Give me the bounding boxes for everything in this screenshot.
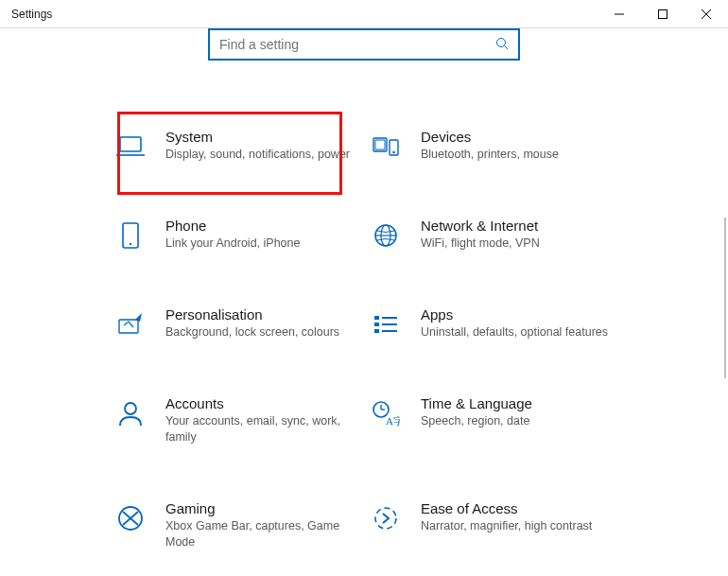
paintbrush-icon bbox=[114, 308, 147, 340]
search-box[interactable] bbox=[208, 28, 520, 61]
tile-time-language[interactable]: A字 Time & Language Speech, region, date bbox=[364, 392, 619, 449]
ease-of-access-icon bbox=[370, 502, 402, 534]
tile-subtitle: Narrator, magnifier, high contrast bbox=[421, 518, 614, 534]
tile-subtitle: Bluetooth, printers, mouse bbox=[421, 147, 614, 163]
xbox-icon bbox=[114, 502, 147, 534]
scrollbar[interactable] bbox=[724, 218, 726, 378]
devices-icon bbox=[370, 131, 402, 163]
tile-title: Network & Internet bbox=[421, 218, 614, 234]
apps-list-icon bbox=[370, 308, 402, 340]
app-title: Settings bbox=[0, 8, 52, 21]
svg-text:A字: A字 bbox=[386, 415, 400, 427]
svg-point-24 bbox=[125, 403, 136, 414]
tile-system[interactable]: System Display, sound, notifications, po… bbox=[109, 125, 364, 166]
tile-apps[interactable]: Apps Uninstall, defaults, optional featu… bbox=[364, 303, 619, 344]
tile-subtitle: Background, lock screen, colours bbox=[165, 324, 358, 340]
svg-rect-18 bbox=[374, 316, 379, 320]
maximize-button[interactable] bbox=[641, 0, 685, 28]
tile-title: Personalisation bbox=[165, 306, 358, 323]
globe-icon bbox=[370, 219, 402, 252]
tile-phone[interactable]: Phone Link your Android, iPhone bbox=[109, 214, 364, 255]
tile-title: Devices bbox=[421, 129, 614, 145]
tile-subtitle: Your accounts, email, sync, work, family bbox=[165, 413, 358, 445]
tile-subtitle: WiFi, flight mode, VPN bbox=[421, 236, 614, 252]
titlebar: Settings bbox=[0, 0, 728, 28]
tile-title: Gaming bbox=[165, 500, 358, 516]
tile-subtitle: Link your Android, iPhone bbox=[165, 236, 358, 252]
svg-rect-1 bbox=[659, 10, 667, 19]
tile-subtitle: Speech, region, date bbox=[421, 413, 614, 429]
svg-rect-19 bbox=[374, 323, 379, 326]
laptop-icon bbox=[114, 131, 147, 163]
tile-title: Accounts bbox=[165, 395, 358, 411]
tile-title: Apps bbox=[421, 306, 614, 323]
svg-rect-9 bbox=[375, 140, 385, 149]
search-input[interactable] bbox=[219, 37, 509, 52]
tile-devices[interactable]: Devices Bluetooth, printers, mouse bbox=[364, 125, 619, 166]
content-area: System Display, sound, notifications, po… bbox=[0, 28, 728, 576]
tile-accounts[interactable]: Accounts Your accounts, email, sync, wor… bbox=[109, 392, 364, 449]
window-controls bbox=[598, 0, 728, 28]
tile-personalisation[interactable]: Personalisation Background, lock screen,… bbox=[109, 303, 364, 344]
person-icon bbox=[114, 397, 147, 429]
tile-title: Phone bbox=[165, 218, 358, 234]
tile-title: Time & Language bbox=[421, 395, 614, 411]
svg-rect-6 bbox=[120, 137, 141, 151]
settings-grid: System Display, sound, notifications, po… bbox=[109, 125, 619, 554]
time-language-icon: A字 bbox=[370, 397, 402, 429]
tile-gaming[interactable]: Gaming Xbox Game Bar, captures, Game Mod… bbox=[109, 497, 364, 554]
svg-point-13 bbox=[130, 243, 131, 245]
tile-subtitle: Display, sound, notifications, power bbox=[165, 147, 358, 163]
svg-point-11 bbox=[392, 151, 395, 154]
minimize-button[interactable] bbox=[598, 0, 641, 28]
svg-line-5 bbox=[505, 45, 509, 49]
phone-icon bbox=[114, 219, 147, 252]
tile-subtitle: Xbox Game Bar, captures, Game Mode bbox=[165, 518, 358, 550]
search-icon bbox=[495, 37, 509, 53]
tile-title: System bbox=[165, 129, 358, 145]
svg-point-4 bbox=[497, 38, 506, 46]
tile-title: Ease of Access bbox=[421, 500, 614, 516]
svg-rect-20 bbox=[374, 329, 379, 333]
tile-network[interactable]: Network & Internet WiFi, flight mode, VP… bbox=[364, 214, 619, 255]
tile-ease-of-access[interactable]: Ease of Access Narrator, magnifier, high… bbox=[364, 497, 619, 554]
close-button[interactable] bbox=[685, 0, 728, 28]
svg-point-30 bbox=[375, 508, 396, 529]
tile-subtitle: Uninstall, defaults, optional features bbox=[421, 324, 614, 340]
